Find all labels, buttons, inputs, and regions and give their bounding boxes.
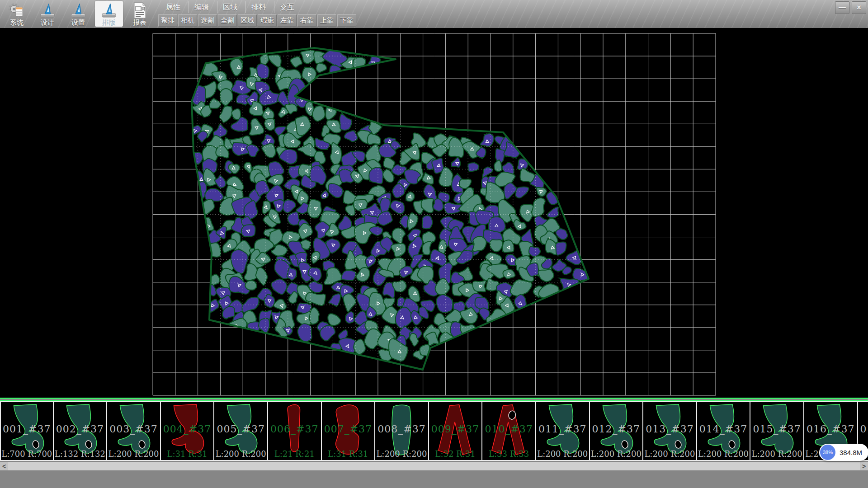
tool-align-right[interactable]: 右靠 bbox=[297, 14, 316, 27]
piece-name: 009_#37 bbox=[429, 423, 482, 435]
piece-name: 001_#37 bbox=[1, 423, 53, 435]
piece-name: 014_#37 bbox=[697, 423, 750, 435]
nesting-canvas[interactable] bbox=[0, 28, 868, 398]
memory-status-badge: 38% 384.8M bbox=[819, 444, 868, 461]
piece-lr-count: L:33 R:33 bbox=[482, 449, 535, 459]
filmstrip-item[interactable]: 007_#37L:31 R:31 bbox=[322, 401, 376, 461]
filmstrip-item[interactable]: 011_#37L:200 R:200 bbox=[536, 401, 590, 461]
piece-name: 010_#37 bbox=[482, 423, 535, 435]
piece-lr-count: L:31 R:31 bbox=[322, 449, 375, 459]
piece-lr-count: L:200 R:200 bbox=[750, 449, 803, 459]
filmstrip-separator-line bbox=[0, 398, 868, 399]
tool-defect[interactable]: 瑕疵 bbox=[258, 14, 277, 27]
close-button[interactable]: × bbox=[852, 1, 866, 14]
piece-lr-count: L:200 R:200 bbox=[536, 449, 589, 459]
minimize-button[interactable]: — bbox=[835, 1, 849, 14]
progress-circle: 38% bbox=[820, 445, 835, 460]
app-button-label: 设计 bbox=[41, 19, 54, 27]
app-button-label: 排版 bbox=[102, 19, 116, 27]
piece-name: 005_#37 bbox=[214, 423, 267, 435]
filmstrip-item[interactable]: 014_#37L:200 R:200 bbox=[697, 401, 751, 461]
window-controls: — × bbox=[835, 1, 866, 14]
piece-name: 012_#37 bbox=[590, 423, 643, 435]
app-mode-buttons: 系统设计设置排版报表 bbox=[3, 1, 154, 27]
tool-select-cut[interactable]: 选割 bbox=[198, 14, 217, 27]
filmstrip-item[interactable]: 008_#37L:200 R:200 bbox=[375, 401, 429, 461]
piece-name: 011_#37 bbox=[536, 423, 589, 435]
piece-name: 013_#37 bbox=[643, 423, 696, 435]
piece-lr-count: L:200 R:200 bbox=[590, 449, 643, 459]
piece-name: 002_#37 bbox=[54, 423, 107, 435]
filmstrip-item[interactable]: 010_#37L:33 R:33 bbox=[482, 401, 536, 461]
filmstrip-item[interactable]: 005_#37L:200 R:200 bbox=[214, 401, 268, 461]
menu-interact[interactable]: 交互 bbox=[274, 1, 300, 13]
tool-cut-all[interactable]: 全割 bbox=[218, 14, 237, 27]
app-button-layout[interactable]: 排版 bbox=[95, 1, 123, 27]
piece-lr-count: L:200 R:200 bbox=[214, 449, 267, 459]
piece-lr-count: L:21 R:21 bbox=[268, 449, 321, 459]
app-button-report[interactable]: 报表 bbox=[126, 1, 154, 27]
app-button-label: 报表 bbox=[133, 19, 146, 27]
app-button-label: 设置 bbox=[71, 19, 85, 27]
piece-name: 004_#37 bbox=[161, 423, 214, 435]
filmstrip-item[interactable]: 015_#37L:200 R:200 bbox=[750, 401, 804, 461]
menu-nesting[interactable]: 排料 bbox=[245, 1, 271, 13]
filmstrip-item[interactable]: 012_#37L:200 R:200 bbox=[590, 401, 644, 461]
tool-buttons: 聚排相机选割全割区域瑕疵左靠右靠上靠下靠 bbox=[158, 14, 356, 27]
piece-lr-count: L:700 R:700 bbox=[1, 449, 53, 459]
memory-value: 384.8M bbox=[840, 449, 862, 456]
report-icon bbox=[132, 1, 148, 19]
piece-name: 007_#37 bbox=[322, 423, 375, 435]
piece-filmstrip: 001_#37L:700 R:700002_#37L:132 R:132003_… bbox=[0, 401, 868, 461]
filmstrip-separator-line-2 bbox=[0, 400, 868, 401]
piece-lr-count: L:32 R:31 bbox=[429, 449, 482, 459]
piece-name: 015_#37 bbox=[750, 423, 803, 435]
piece-name: 006_#37 bbox=[268, 423, 321, 435]
piece-name: 016_#37 bbox=[804, 423, 857, 435]
filmstrip-item[interactable]: 001_#37L:700 R:700 bbox=[0, 401, 54, 461]
window-bottom-filler bbox=[0, 470, 868, 488]
tool-align-top[interactable]: 上靠 bbox=[317, 14, 336, 27]
piece-lr-count: L:200 R:200 bbox=[697, 449, 750, 459]
piece-name: 008_#37 bbox=[375, 423, 428, 435]
horizontal-scrollbar[interactable]: < > bbox=[0, 462, 868, 470]
design-icon bbox=[39, 1, 56, 19]
app-button-system[interactable]: 系统 bbox=[3, 1, 31, 27]
layout-icon bbox=[100, 1, 118, 19]
filmstrip-item[interactable]: 009_#37L:32 R:31 bbox=[429, 401, 483, 461]
piece-lr-count: L:200 R:200 bbox=[375, 449, 428, 459]
menu-properties[interactable]: 属性 bbox=[160, 1, 186, 13]
tool-camera[interactable]: 相机 bbox=[178, 14, 197, 27]
tool-align-left[interactable]: 左靠 bbox=[278, 14, 297, 27]
piece-lr-count: L:200 R:200 bbox=[107, 449, 160, 459]
settings-icon bbox=[70, 1, 87, 19]
filmstrip-item[interactable]: 002_#37L:132 R:132 bbox=[54, 401, 108, 461]
piece-lr-count: L:200 R:200 bbox=[643, 449, 696, 459]
piece-name: 017_#37 bbox=[858, 423, 868, 435]
filmstrip-item[interactable]: 003_#37L:200 R:200 bbox=[107, 401, 161, 461]
piece-lr-count: L:132 R:132 bbox=[54, 449, 107, 459]
tool-align-bottom[interactable]: 下靠 bbox=[337, 14, 356, 27]
menu-tabs: 属性编辑区域排料交互 bbox=[159, 1, 301, 13]
app-button-label: 系统 bbox=[10, 19, 24, 27]
filmstrip-item[interactable]: 013_#37L:200 R:200 bbox=[643, 401, 697, 461]
tool-cluster-nest[interactable]: 聚排 bbox=[158, 14, 177, 27]
filmstrip-item[interactable]: 004_#37L:31 R:31 bbox=[161, 401, 215, 461]
menu-region[interactable]: 区域 bbox=[217, 1, 243, 13]
filmstrip-item[interactable]: 006_#37L:21 R:21 bbox=[268, 401, 322, 461]
app-button-settings[interactable]: 设置 bbox=[64, 1, 92, 27]
titlebar: 系统设计设置排版报表 属性编辑区域排料交互 聚排相机选割全割区域瑕疵左靠右靠上靠… bbox=[0, 0, 868, 28]
scroll-right-button[interactable]: > bbox=[860, 462, 868, 470]
piece-name: 003_#37 bbox=[107, 423, 160, 435]
app-button-design[interactable]: 设计 bbox=[33, 1, 61, 27]
tool-region[interactable]: 区域 bbox=[238, 14, 257, 27]
menu-edit[interactable]: 编辑 bbox=[189, 1, 214, 13]
system-icon bbox=[8, 1, 25, 19]
piece-lr-count: L:31 R:31 bbox=[161, 449, 214, 459]
scroll-left-button[interactable]: < bbox=[0, 462, 8, 470]
